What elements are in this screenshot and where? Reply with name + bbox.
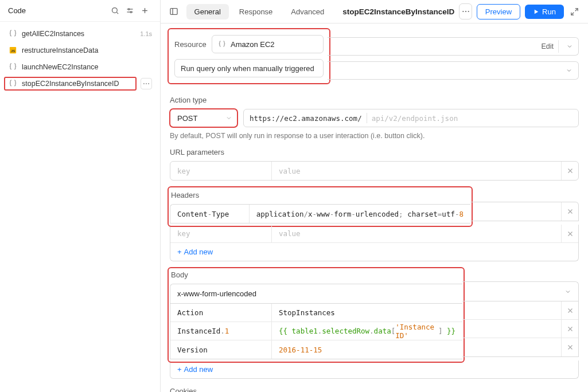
run-label: Run xyxy=(542,7,556,16)
remove-row-button[interactable] xyxy=(561,162,578,180)
remove-row-button[interactable] xyxy=(561,202,578,221)
chevron-down-icon[interactable] xyxy=(563,43,576,50)
headers-section: Headers Content-Type application/x-www-f… xyxy=(170,189,579,261)
sidebar-item-launchnewec2instance[interactable]: launchNewEC2Instance xyxy=(0,58,160,75)
kv-row-tail xyxy=(470,202,578,221)
kv-key-input[interactable]: key xyxy=(170,225,272,242)
add-new-button[interactable]: + Add new xyxy=(170,360,578,378)
main: General Response Advanced stopEC2Instanc… xyxy=(161,0,588,392)
run-button[interactable]: Run xyxy=(525,5,564,19)
url-input[interactable]: https://ec2.amazonaws.com/ api/v2/endpoi… xyxy=(243,109,579,127)
sidebar-item-label: restructureInstanceData xyxy=(22,46,152,54)
sidebar-item-restructureinstancedata[interactable]: JS restructureInstanceData xyxy=(0,42,160,58)
remove-row-button[interactable] xyxy=(561,225,578,242)
body-type-chevron[interactable] xyxy=(462,281,579,301)
kv-value-input[interactable]: value xyxy=(272,162,561,180)
query-name: stopEC2InstanceByInstanceID xyxy=(342,7,454,16)
svg-rect-13 xyxy=(170,9,177,15)
kv-row[interactable]: key value xyxy=(170,225,578,243)
item-more-button[interactable] xyxy=(141,78,152,89)
kv-value-input[interactable]: application/x-www-form-urlencoded; chars… xyxy=(250,205,470,223)
trigger-select[interactable]: Run query only when manually triggered xyxy=(174,59,324,77)
kv-key-input[interactable]: Action xyxy=(170,304,272,322)
kv-value-input[interactable]: value xyxy=(272,225,561,242)
kv-value-input[interactable]: {{ table1.selectedRow.data['Instance ID'… xyxy=(272,322,462,340)
content: Resource Amazon EC2 Run query only when … xyxy=(161,23,588,392)
sidebar-title: Code xyxy=(8,6,107,15)
chevron-down-icon xyxy=(564,288,571,295)
kv-row[interactable]: Version 2016-11-15 xyxy=(170,340,462,359)
svg-point-15 xyxy=(462,11,464,12)
svg-text:JS: JS xyxy=(10,49,15,53)
svg-line-19 xyxy=(571,12,574,14)
svg-point-12 xyxy=(148,83,149,84)
remove-row-button[interactable] xyxy=(561,320,578,338)
kv-row[interactable]: key value xyxy=(170,162,578,180)
url-params-label: URL parameters xyxy=(170,148,579,156)
tab-general[interactable]: General xyxy=(186,4,229,19)
panel-toggle-icon[interactable] xyxy=(168,3,181,19)
resource-label: Resource xyxy=(174,40,206,49)
sidebar-item-label: getAllEC2Instances xyxy=(22,30,135,38)
action-hint: By default, POST will only run in respon… xyxy=(170,132,579,140)
sidebar-list: getAllEC2Instances 1.1s JS restructureIn… xyxy=(0,22,160,392)
play-icon xyxy=(533,9,539,15)
svg-point-16 xyxy=(465,11,466,12)
remove-row-button[interactable] xyxy=(561,301,578,319)
sidebar-item-label: stopEC2InstanceByInstanceID xyxy=(22,80,133,88)
resource-name: Amazon EC2 xyxy=(231,40,321,49)
add-icon[interactable] xyxy=(137,3,152,18)
kv-value-input[interactable]: StopInstances xyxy=(272,304,462,322)
kv-key-input[interactable]: Version xyxy=(170,340,272,359)
tabs: General Response Advanced xyxy=(185,3,334,21)
sidebar-item-label: launchNewEC2Instance xyxy=(22,63,152,71)
trigger-label: Run query only when manually triggered xyxy=(181,64,314,73)
braces-icon xyxy=(8,79,17,88)
svg-point-10 xyxy=(143,83,145,84)
remove-row-button[interactable] xyxy=(561,338,578,356)
preview-button[interactable]: Preview xyxy=(477,4,520,19)
body-section: Body x-www-form-urlencoded Action StopIn… xyxy=(170,269,579,379)
url-base: https://ec2.amazonaws.com/ xyxy=(250,114,362,123)
kv-row[interactable]: Content-Type application/x-www-form-urle… xyxy=(170,205,470,223)
js-icon: JS xyxy=(8,46,17,55)
braces-icon xyxy=(218,40,226,48)
svg-point-5 xyxy=(130,11,132,13)
kv-row[interactable]: Action StopInstances xyxy=(170,304,462,322)
svg-line-18 xyxy=(575,8,578,10)
kv-row[interactable]: InstanceId.1 {{ table1.selectedRow.data[… xyxy=(170,322,462,340)
action-type-section: Action type POST https://ec2.amazonaws.c… xyxy=(170,96,579,140)
kv-value-input[interactable]: 2016-11-15 xyxy=(272,340,462,359)
svg-point-11 xyxy=(146,83,147,84)
expand-icon[interactable] xyxy=(568,3,581,19)
settings-icon[interactable] xyxy=(122,3,137,18)
query-more-button[interactable] xyxy=(459,3,472,19)
kv-key-input[interactable]: InstanceId.1 xyxy=(170,322,272,340)
sidebar-item-stopec2instancebyinstanceid[interactable]: stopEC2InstanceByInstanceID xyxy=(0,75,160,92)
resource-edit-button[interactable]: Edit xyxy=(536,40,559,53)
cookies-section: Cookies xyxy=(170,387,579,392)
tab-response[interactable]: Response xyxy=(231,4,281,19)
braces-icon xyxy=(8,29,17,38)
body-type-select[interactable]: x-www-form-urlencoded xyxy=(170,284,462,303)
svg-point-4 xyxy=(128,9,130,10)
add-new-button[interactable]: + Add new xyxy=(170,243,578,261)
sidebar: Code getAllEC2Instances 1.1s JS xyxy=(0,0,161,392)
url-params-section: URL parameters key value xyxy=(170,148,579,181)
braces-icon xyxy=(8,62,17,72)
tab-advanced[interactable]: Advanced xyxy=(283,4,332,19)
search-icon[interactable] xyxy=(107,3,122,18)
chevron-down-icon[interactable] xyxy=(566,67,573,74)
method-select[interactable]: POST xyxy=(170,109,237,127)
body-label: Body xyxy=(170,271,462,279)
sidebar-item-meta: 1.1s xyxy=(140,30,152,37)
resource-select[interactable]: Amazon EC2 xyxy=(212,35,324,53)
method-value: POST xyxy=(177,114,197,123)
header: General Response Advanced stopEC2Instanc… xyxy=(161,0,588,23)
action-type-label: Action type xyxy=(170,96,579,104)
url-placeholder: api/v2/endpoint.json xyxy=(372,114,458,123)
kv-key-input[interactable]: key xyxy=(170,162,272,180)
svg-line-1 xyxy=(116,12,118,14)
sidebar-item-getallec2instances[interactable]: getAllEC2Instances 1.1s xyxy=(0,25,160,42)
kv-key-input[interactable]: Content-Type xyxy=(170,205,250,223)
